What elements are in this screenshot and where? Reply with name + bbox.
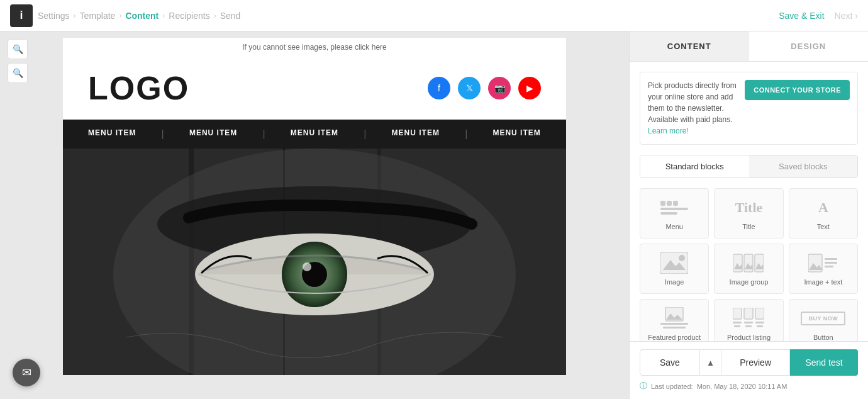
step-recipients[interactable]: Recipients (169, 11, 209, 21)
panel-footer: Save ▲ Preview Send test ⓘ Last updated:… (630, 341, 868, 399)
content-tab[interactable]: CONTENT (630, 31, 749, 61)
menu-dots (660, 201, 688, 206)
image-text-block-label: Image + text (804, 278, 842, 286)
svg-rect-34 (755, 322, 764, 323)
featured-icon-svg (660, 307, 688, 330)
mail-fab-button[interactable]: ✉ (13, 359, 40, 386)
text-icon-graphic: A (818, 200, 828, 216)
eye-svg (63, 149, 566, 375)
svg-rect-24 (825, 266, 833, 267)
email-top-bar: If you cannot see images, please click h… (63, 38, 566, 57)
saved-blocks-tab[interactable]: Saved blocks (749, 155, 858, 177)
product-listing-icon-svg (733, 308, 764, 329)
save-dropdown-arrow[interactable]: ▲ (700, 349, 721, 376)
panel-tabs: CONTENT DESIGN (630, 31, 868, 62)
menu-icon-graphic (660, 201, 688, 215)
email-menu-bar: MENU ITEM | MENU ITEM | MENU ITEM | MENU… (63, 120, 566, 149)
zoom-in-button[interactable]: 🔍 (8, 39, 28, 59)
info-icon: ⓘ (640, 381, 647, 391)
email-preview: If you cannot see images, please click h… (63, 38, 566, 375)
image-block-item[interactable]: Image (640, 244, 709, 294)
menu-dot-1 (660, 201, 665, 206)
text-block-item[interactable]: A Text (789, 188, 858, 239)
svg-rect-28 (663, 327, 686, 329)
save-exit-button[interactable]: Save & Exit (779, 11, 824, 21)
svg-rect-37 (757, 325, 763, 327)
image-group-block-item[interactable]: Image group (714, 244, 783, 294)
logo-icon: i (19, 9, 23, 22)
zoom-out-button[interactable]: 🔍 (8, 63, 28, 83)
svg-rect-32 (733, 322, 742, 323)
image-icon-svg (660, 252, 688, 274)
featured-product-block-label: Featured product (648, 334, 701, 341)
store-text-paid: Available with paid plans. (648, 115, 733, 124)
nav-left: i Settings › Template › Content › Recipi… (10, 4, 240, 27)
sep-3: › (162, 11, 165, 20)
next-button[interactable]: Next › (835, 11, 858, 21)
hero-artwork (63, 149, 566, 375)
image-text-block-item[interactable]: Image + text (789, 244, 858, 294)
block-type-tabs: Standard blocks Saved blocks (640, 155, 858, 178)
svg-rect-35 (734, 325, 740, 327)
step-template[interactable]: Template (80, 11, 116, 21)
breadcrumb-steps: Settings › Template › Content › Recipien… (38, 11, 240, 21)
cant-see-images-text: If you cannot see images, please click h… (242, 43, 386, 52)
canvas-tools: 🔍 🔍 (8, 39, 28, 83)
instagram-icon: 📷 (488, 77, 511, 99)
send-test-button[interactable]: Send test (790, 349, 858, 376)
top-navigation: i Settings › Template › Content › Recipi… (0, 0, 868, 31)
social-icons-group: f 𝕏 📷 ▶ (428, 77, 541, 99)
menu-sep-2: | (262, 128, 265, 140)
next-chevron-icon: › (855, 11, 858, 21)
sep-4: › (214, 11, 216, 20)
design-tab[interactable]: DESIGN (749, 31, 869, 61)
svg-point-10 (303, 262, 311, 271)
step-content[interactable]: Content (125, 11, 159, 21)
mail-icon: ✉ (22, 366, 31, 379)
app-logo[interactable]: i (10, 4, 33, 27)
blocks-grid: Menu Title Title A Text (640, 188, 858, 341)
menu-sep-4: | (465, 128, 467, 140)
twitter-icon: 𝕏 (458, 77, 481, 99)
menu-item-5: MENU ITEM (492, 128, 540, 140)
main-area: 🔍 🔍 If you cannot see images, please cli… (0, 31, 868, 399)
store-description: Pick products directly from your online … (648, 80, 737, 137)
zoom-in-icon: 🔍 (13, 44, 23, 54)
menu-sep-1: | (162, 128, 164, 140)
title-block-label: Title (742, 223, 755, 230)
image-text-icon-svg (808, 253, 838, 273)
featured-product-block-item[interactable]: Featured product (640, 299, 709, 341)
email-hero-image (63, 149, 566, 375)
step-send[interactable]: Send (220, 11, 241, 21)
standard-blocks-tab[interactable]: Standard blocks (640, 155, 749, 177)
menu-block-item[interactable]: Menu (640, 188, 709, 239)
next-label: Next (835, 11, 853, 21)
menu-block-icon (645, 196, 703, 219)
svg-rect-22 (825, 258, 837, 260)
svg-rect-23 (825, 262, 837, 264)
right-panel: CONTENT DESIGN Pick products directly fr… (629, 31, 868, 399)
connect-store-button[interactable]: CONNECT YOUR STORE (745, 80, 850, 100)
sep-2: › (119, 11, 121, 20)
menu-dot-3 (673, 201, 678, 206)
email-logo-text: LOGO (88, 69, 189, 107)
step-settings[interactable]: Settings (38, 11, 70, 21)
svg-rect-36 (745, 325, 752, 327)
last-updated-value: Mon, May 18, 2020 10:11 AM (697, 383, 787, 390)
image-block-icon (645, 252, 703, 274)
save-button[interactable]: Save (640, 349, 700, 376)
email-header: LOGO f 𝕏 📷 ▶ (63, 57, 566, 120)
title-block-item[interactable]: Title Title (714, 188, 783, 239)
text-block-label: Text (817, 223, 830, 230)
store-learn-more-link[interactable]: Learn more! (648, 126, 689, 135)
button-block-label: Button (813, 334, 833, 341)
facebook-icon: f (428, 77, 450, 99)
button-block-item[interactable]: BUY NOW Button (789, 299, 858, 341)
menu-sep-3: | (364, 128, 366, 140)
svg-rect-33 (744, 322, 753, 323)
product-listing-block-item[interactable]: Product listing (714, 299, 783, 341)
preview-button[interactable]: Preview (721, 349, 790, 376)
store-connect-section: Pick products directly from your online … (640, 72, 858, 145)
eye-artwork-bg (63, 149, 566, 375)
product-listing-block-icon (720, 307, 777, 330)
